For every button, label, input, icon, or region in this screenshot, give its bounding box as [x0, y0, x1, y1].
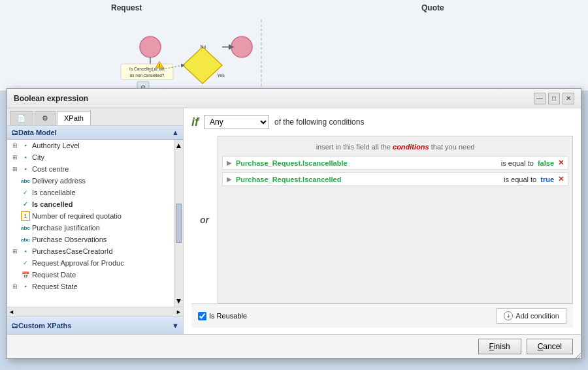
tree-item-label: Delivery address	[32, 177, 86, 185]
close-button[interactable]: ✕	[563, 93, 574, 104]
resize-icon	[573, 350, 581, 358]
scroll-left-btn[interactable]: ◄	[7, 307, 95, 316]
tree-item-delivery-address[interactable]: abc Delivery address	[7, 175, 174, 187]
cond-op-2: is equal to	[504, 176, 536, 183]
hint-post: that you need	[431, 143, 475, 151]
tree-item-label: Authority Level	[32, 142, 80, 149]
bottom-bar: Is Reusable + Add condition	[191, 303, 573, 328]
expand-icon: ⊞	[12, 283, 19, 290]
cond-expand-2[interactable]: ▶	[227, 176, 232, 183]
tree-item-request-date[interactable]: 📅 Request Date	[7, 269, 174, 281]
expand-icon: ⊞	[12, 154, 19, 161]
custom-xpaths-expand-icon[interactable]: ▼	[172, 322, 179, 330]
dialog-titlebar: Boolean expression — □ ✕	[7, 89, 581, 108]
svg-text:No: No	[201, 44, 206, 49]
tree-item-is-cancellable[interactable]: ✓ Is cancellable	[7, 187, 174, 198]
cancel-button[interactable]: Cancel	[527, 339, 573, 354]
tree-section: 🗂 Data Model ▲ ⊞ ▪ Authority Level ⊞ ▪	[7, 126, 183, 316]
svg-text:as non-cancelled?: as non-cancelled?	[130, 73, 165, 78]
cond-delete-2[interactable]: ✕	[558, 175, 564, 183]
if-row: if Any All of the following conditions	[191, 115, 573, 129]
finish-button[interactable]: Finish	[478, 339, 521, 354]
scroll-up-btn[interactable]: ▲	[174, 140, 183, 202]
dialog-body: 📄 ⚙ XPath 🗂 Data Model ▲	[7, 108, 581, 334]
tree-item-label: Purchase justification	[32, 224, 100, 232]
tree-item-is-cancelled[interactable]: ✓ Is cancelled	[7, 198, 174, 210]
conditions-box: insert in this field all the conditions …	[218, 136, 573, 303]
tree-scroll[interactable]: ⊞ ▪ Authority Level ⊞ ▪ City ⊞ ▪ Cos	[7, 140, 174, 307]
cancel-rest: ancel	[543, 342, 562, 351]
finish-rest: inish	[494, 342, 510, 351]
folder-icon: ▪	[21, 282, 30, 291]
hint-word: conditions	[393, 143, 429, 151]
cond-expand-1[interactable]: ▶	[227, 159, 232, 166]
custom-xpaths-icon: 🗂	[11, 322, 18, 330]
tree-item-purchase-observations[interactable]: abc Purchase Observations	[7, 234, 174, 245]
tree-item-cost-centre[interactable]: ⊞ ▪ Cost centre	[7, 163, 174, 175]
is-reusable-container: Is Reusable	[198, 312, 247, 320]
scroll-down-btn[interactable]: ▼	[174, 244, 183, 307]
svg-text:!: !	[159, 63, 160, 68]
hint-pre: insert in this field all the	[316, 143, 391, 151]
any-select[interactable]: Any All	[204, 115, 269, 129]
tree-collapse-icon[interactable]: ▲	[172, 129, 179, 136]
tree-item-label: PurchasesCaseCreatorId	[32, 247, 113, 255]
tree-item-label: Cost centre	[32, 165, 69, 173]
tree-item-label: Request Date	[32, 271, 76, 279]
gear-icon: ⚙	[42, 114, 48, 122]
folder-icon: ▪	[21, 153, 30, 162]
tree-item-num-quotations[interactable]: 1 Number of required quotatio	[7, 210, 174, 222]
tab-document[interactable]: 📄	[10, 111, 33, 125]
svg-point-4	[231, 37, 252, 57]
tree-item-city[interactable]: ⊞ ▪ City	[7, 151, 174, 163]
tree-item-label: Number of required quotatio	[32, 212, 122, 220]
add-condition-button[interactable]: + Add condition	[497, 308, 566, 324]
text-icon: abc	[21, 176, 30, 185]
maximize-button[interactable]: □	[548, 93, 560, 104]
tab-xpath[interactable]: XPath	[57, 111, 91, 125]
tab-settings[interactable]: ⚙	[35, 111, 56, 125]
check-icon: ✓	[21, 258, 30, 268]
cond-delete-1[interactable]: ✕	[558, 159, 564, 167]
data-model-icon: 🗂	[11, 129, 18, 136]
svg-marker-2	[183, 47, 222, 84]
cancel-underline: C	[538, 342, 544, 351]
check-icon: ✓	[21, 188, 30, 197]
h-scroll-bar: ◄ ►	[7, 307, 183, 316]
tree-item-request-approval[interactable]: ✓ Request Approval for Produc	[7, 257, 174, 269]
or-label: or	[191, 136, 218, 303]
minimize-button[interactable]: —	[534, 93, 546, 104]
workflow-col-quote: Quote	[421, 3, 444, 12]
dialog-controls: — □ ✕	[534, 93, 574, 104]
resize-handle[interactable]	[573, 350, 581, 358]
tree-item-purchases-case-creator[interactable]: ⊞ ▪ PurchasesCaseCreatorId	[7, 245, 174, 257]
scroll-thumb	[176, 204, 182, 243]
svg-point-1	[140, 37, 161, 57]
date-icon: 📅	[21, 270, 30, 279]
of-following-conditions-text: of the following conditions	[274, 117, 364, 127]
finish-underline: F	[489, 342, 494, 351]
tree-row-with-scroll: ⊞ ▪ Authority Level ⊞ ▪ City ⊞ ▪ Cos	[7, 140, 183, 307]
tree-item-label: Is cancelled	[32, 200, 73, 208]
is-reusable-label: Is Reusable	[209, 312, 247, 320]
tree-item-label: Request State	[32, 283, 78, 290]
left-tab-bar: 📄 ⚙ XPath	[7, 108, 183, 126]
scroll-right-btn[interactable]: ►	[95, 307, 184, 316]
workflow-canvas: No Yes Is Cancelled or set as non-cancel…	[52, 20, 301, 91]
dialog-footer: Finish Cancel	[7, 334, 581, 358]
tree-item-request-state[interactable]: ⊞ ▪ Request State	[7, 281, 174, 292]
xpath-tab-label: XPath	[64, 114, 84, 122]
condition-row-2: ▶ Purchase_Request.Iscancelled is equal …	[222, 172, 568, 186]
svg-line-20	[578, 356, 581, 358]
conditions-area: or insert in this field all the conditio…	[191, 136, 573, 303]
condition-row-1: ▶ Purchase_Request.Iscancellable is equa…	[222, 156, 568, 170]
tree-item-label: City	[32, 153, 44, 161]
text-icon: abc	[21, 235, 30, 244]
tree-item-purchase-justification[interactable]: abc Purchase justification	[7, 222, 174, 234]
is-reusable-checkbox[interactable]	[198, 312, 206, 320]
custom-xpaths-label: Custom XPaths	[18, 322, 71, 330]
cond-field-1: Purchase_Request.Iscancellable	[236, 159, 497, 167]
tree-item-authority-level[interactable]: ⊞ ▪ Authority Level	[7, 140, 174, 151]
add-condition-label: Add condition	[515, 312, 559, 320]
custom-xpaths-section[interactable]: 🗂 Custom XPaths ▼	[7, 316, 183, 334]
